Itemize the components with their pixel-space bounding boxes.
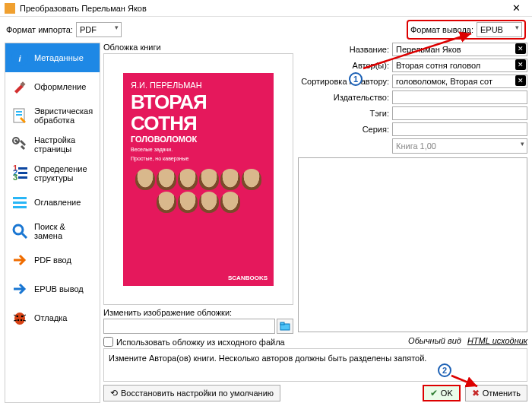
- restore-defaults-button[interactable]: ⟲ Восстановить настройки по умолчанию: [103, 385, 280, 401]
- publisher-input[interactable]: [392, 90, 527, 104]
- change-cover-label: Изменить изображение обложки:: [103, 308, 293, 317]
- sidebar-item-toc[interactable]: Оглавление: [5, 188, 100, 217]
- document-pencil-icon: [10, 106, 30, 125]
- close-icon[interactable]: ✕: [505, 2, 527, 14]
- series-input[interactable]: [392, 122, 527, 136]
- info-icon: i: [10, 48, 30, 68]
- output-format-combo[interactable]: EPUB: [477, 22, 522, 37]
- svg-rect-14: [13, 202, 27, 204]
- svg-rect-28: [280, 322, 284, 325]
- sidebar-item-pdf-input[interactable]: PDF ввод: [5, 246, 100, 274]
- toc-icon: [10, 192, 30, 212]
- cancel-button[interactable]: ✖ Отменить: [465, 385, 527, 401]
- ok-button[interactable]: ✔ OK: [423, 385, 461, 401]
- sidebar-item-look[interactable]: Оформление: [5, 72, 100, 101]
- browse-cover-button[interactable]: [277, 319, 293, 334]
- svg-rect-13: [13, 197, 27, 199]
- use-source-cover-label: Использовать обложку из исходного файла: [116, 338, 285, 347]
- authors-label: Автор(ы):: [298, 61, 389, 70]
- cover-preview: Я.И. ПЕРЕЛЬМАН ВТОРАЯ СОТНЯ ГОЛОВОЛОМОК …: [103, 53, 293, 305]
- clear-authors-button[interactable]: ✕: [515, 59, 526, 70]
- sidebar-item-epub-output[interactable]: EPUB вывод: [5, 274, 100, 303]
- tab-normal-view[interactable]: Обычный вид: [408, 336, 461, 345]
- svg-line-17: [22, 233, 27, 238]
- use-source-cover-checkbox[interactable]: [103, 337, 113, 347]
- hint-text: Измените Автора(ов) книги. Несколько авт…: [103, 348, 527, 382]
- annotation-2: 2: [438, 363, 451, 377]
- sidebar-item-heuristic[interactable]: Эвристическая обработка: [5, 101, 100, 130]
- folder-open-icon: [280, 321, 290, 332]
- arrow-right-icon: [10, 250, 30, 270]
- check-icon: ✔: [430, 388, 438, 398]
- svg-text:3: 3: [13, 173, 17, 182]
- wrench-icon: [10, 135, 30, 154]
- sidebar-item-structure[interactable]: 123 Определение структуры: [5, 159, 100, 188]
- restore-icon: ⟲: [110, 388, 118, 398]
- series-index-combo[interactable]: Книга 1,00: [392, 138, 527, 154]
- author-sort-input[interactable]: [392, 75, 527, 88]
- annotation-1: 1: [349, 72, 363, 86]
- title-label: Название:: [298, 45, 389, 54]
- svg-point-19: [17, 316, 18, 317]
- tab-html-source[interactable]: HTML исходник: [467, 336, 527, 345]
- title-input[interactable]: [392, 43, 527, 56]
- series-label: Серия:: [298, 125, 389, 134]
- svg-point-20: [21, 316, 23, 317]
- import-format-combo[interactable]: PDF: [76, 22, 122, 37]
- svg-point-22: [21, 319, 22, 321]
- cover-image: Я.И. ПЕРЕЛЬМАН ВТОРАЯ СОТНЯ ГОЛОВОЛОМОК …: [123, 73, 274, 286]
- cancel-icon: ✖: [472, 388, 480, 398]
- output-format-label: Формат вывода:: [410, 25, 473, 34]
- clear-title-button[interactable]: ✕: [515, 43, 526, 54]
- app-icon: [5, 3, 15, 14]
- svg-rect-11: [18, 172, 27, 174]
- list-icon: 123: [10, 163, 30, 183]
- svg-rect-12: [18, 176, 27, 179]
- sidebar: i Метаданные Оформление Эвристическая об…: [5, 43, 100, 403]
- authors-input[interactable]: [392, 59, 527, 72]
- brush-icon: [10, 77, 30, 97]
- tags-label: Тэги:: [298, 109, 389, 118]
- titlebar: Преобразовать Перельман Яков ✕: [0, 0, 532, 17]
- svg-point-16: [14, 225, 23, 234]
- svg-rect-15: [13, 206, 27, 208]
- sidebar-item-metadata[interactable]: i Метаданные: [5, 43, 100, 72]
- svg-point-21: [17, 319, 19, 321]
- bug-icon: [10, 308, 30, 328]
- clear-sort-button[interactable]: ✕: [515, 75, 526, 86]
- import-format-label: Формат импорта:: [6, 25, 73, 34]
- author-sort-label: Сортировка по автору:: [298, 77, 389, 86]
- output-format-group: Формат вывода: EPUB: [407, 20, 526, 40]
- svg-rect-10: [18, 167, 27, 170]
- sidebar-item-page-setup[interactable]: Настройка страницы: [5, 130, 100, 159]
- cover-path-input[interactable]: [103, 319, 275, 334]
- svg-point-18: [14, 313, 25, 325]
- cover-section-label: Обложка книги: [103, 43, 293, 52]
- search-icon: [10, 221, 30, 241]
- publisher-label: Издательство:: [298, 93, 389, 102]
- description-box[interactable]: [298, 157, 527, 332]
- arrow-right-blue-icon: [10, 279, 30, 299]
- tags-input[interactable]: [392, 106, 527, 120]
- sidebar-item-search[interactable]: Поиск & замена: [5, 217, 100, 246]
- sidebar-item-debug[interactable]: Отладка: [5, 303, 100, 332]
- window-title: Преобразовать Перельман Яков: [20, 4, 505, 13]
